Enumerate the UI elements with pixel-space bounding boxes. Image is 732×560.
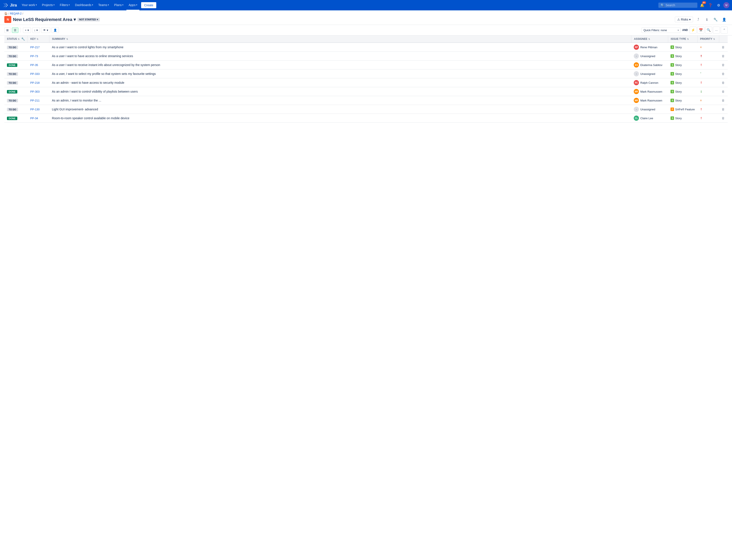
issue-summary: As a user I want to have access to onlin… — [52, 54, 133, 58]
issue-type-label: Story — [675, 46, 682, 49]
table-row: DONEPP-34Room-to-room speaker control av… — [4, 114, 728, 123]
status-badge: DONE — [7, 63, 17, 67]
issue-type-cell: SStory — [671, 72, 695, 76]
assignee-name: Unassigned — [640, 72, 655, 76]
assignee-name: Rene Pittman — [640, 46, 657, 49]
sort-icon: ⇅ — [687, 38, 689, 40]
issue-key-link[interactable]: PP-218 — [30, 81, 40, 84]
issue-key-link[interactable]: PP-303 — [30, 90, 40, 93]
delete-button[interactable]: 🗑 — [722, 54, 725, 58]
home-icon[interactable]: 🏠 — [4, 12, 8, 15]
wrench-button[interactable]: 🔧 — [712, 16, 719, 23]
eye-chevron-icon: ▾ — [47, 29, 48, 32]
project-avatar: N — [4, 16, 11, 23]
person-add-icon: 👤 — [53, 29, 57, 32]
view-options-button[interactable]: 👁 ▾ — [41, 27, 50, 33]
issue-key-link[interactable]: PP-333 — [30, 72, 40, 76]
assignee-name: Ekaterina Sabitov — [640, 63, 662, 67]
col-header-key[interactable]: KEY ⇅ — [28, 35, 49, 43]
assignee-cell: ○Unassigned — [634, 53, 665, 59]
search-box[interactable]: 🔍 Search — [658, 3, 697, 8]
nav-teams[interactable]: Teams ▾ — [96, 0, 111, 10]
assignee-cell: RCRalph Cannon — [634, 80, 665, 85]
person-button[interactable]: 👤 — [721, 16, 728, 23]
delete-button[interactable]: 🗑 — [722, 116, 725, 120]
list-view-button[interactable]: ☰ — [12, 27, 18, 33]
assignee-cell: MRMark Rasmussen — [634, 98, 665, 103]
add-button[interactable]: + ▾ — [23, 27, 31, 33]
col-header-issue-type[interactable]: ISSUE TYPE ⇅ — [668, 35, 697, 43]
user-avatar[interactable]: U — [723, 2, 729, 8]
nav-your-work[interactable]: Your work ▾ — [19, 0, 39, 10]
table-body: TO DOPP-217As a user I want to control l… — [4, 43, 728, 123]
sort-icon: ⇅ — [66, 38, 68, 40]
delete-button[interactable]: 🗑 — [722, 99, 725, 102]
issue-key-link[interactable]: PP-35 — [30, 63, 38, 67]
nav-apps[interactable]: Apps ▾ — [126, 0, 139, 10]
list-view-icon: ☰ — [14, 29, 16, 32]
nav-plans[interactable]: Plans ▾ — [112, 0, 126, 10]
plus-icon: + — [25, 29, 27, 32]
notifications-button[interactable]: 🔔 9+ — [699, 2, 706, 9]
delete-button[interactable]: 🗑 — [722, 90, 725, 93]
delete-button[interactable]: 🗑 — [722, 108, 725, 111]
avatar: ○ — [634, 71, 639, 76]
issue-type-icon: S — [671, 81, 674, 84]
notification-badge: 9+ — [702, 1, 706, 4]
issue-type-cell: FSAFe® Feature — [671, 108, 695, 111]
col-header-summary[interactable]: SUMMARY ⇅ — [49, 35, 631, 43]
issue-type-icon: S — [671, 63, 674, 67]
assignee-cell: MRMark Rasmussen — [634, 89, 665, 94]
table-row: TO DOPP-217As a user I want to control l… — [4, 43, 728, 52]
delete-button[interactable]: 🗑 — [722, 45, 725, 49]
settings-button[interactable]: ⚙ — [715, 2, 722, 9]
status-badge: DONE — [7, 117, 17, 120]
project-title-chevron-icon[interactable]: ▾ — [74, 17, 76, 22]
sort-icon: ↕ — [34, 29, 36, 32]
nav-dashboards[interactable]: Dashboards ▾ — [73, 0, 95, 10]
col-header-priority[interactable]: PRIORITY ⇅ — [697, 35, 719, 43]
info-button[interactable]: ℹ — [703, 16, 710, 23]
issue-summary: Room-to-room speaker control available o… — [52, 116, 129, 120]
delete-button[interactable]: 🗑 — [722, 81, 725, 84]
issue-key-link[interactable]: PP-34 — [30, 117, 38, 120]
nav-projects[interactable]: Projects ▾ — [40, 0, 57, 10]
issue-key-link[interactable]: PP-73 — [30, 55, 38, 58]
nav-right-actions: 🔍 Search 🔔 9+ ❓ ⚙ U — [658, 2, 729, 9]
app-logo[interactable]: Jira — [3, 2, 17, 8]
avatar: ○ — [634, 53, 639, 59]
sort-button[interactable]: ↕ ▾ — [32, 27, 40, 33]
collapse-button[interactable]: ⌃ — [721, 27, 728, 34]
more-options-button[interactable]: ··· — [713, 27, 720, 34]
project-status-badge[interactable]: NOT STARTED ▾ — [77, 18, 100, 21]
breadcrumb-project-key[interactable]: REQAR-2 — [10, 12, 21, 15]
issue-type-label: Story — [675, 72, 682, 76]
col-header-status[interactable]: STATUS ⇅ 🔧 — [4, 35, 28, 43]
calendar-button[interactable]: 📅 — [697, 27, 704, 34]
lightning-button[interactable]: ⚡ — [690, 27, 697, 34]
issue-key-link[interactable]: PP-211 — [30, 99, 40, 102]
issue-type-cell: SStory — [671, 116, 695, 120]
toolbar: ⊞ ☰ + ▾ ↕ ▾ 👁 ▾ 👤 Quick Filters: none ▾ … — [0, 25, 732, 35]
create-button[interactable]: Create — [141, 2, 156, 8]
quick-filter-section: Quick Filters: none ▾ AND ⚡ 📅 🔍 ··· ⌃ — [642, 27, 728, 34]
share-people-button[interactable]: 👤 — [52, 27, 59, 33]
search-filter-button[interactable]: 🔍 — [705, 27, 712, 34]
priority-icon: ⇓ — [700, 90, 716, 93]
priority-icon: ˅ — [700, 72, 716, 76]
share-button[interactable]: ⤴ — [695, 16, 702, 23]
delete-button[interactable]: 🗑 — [722, 63, 725, 67]
issue-key-link[interactable]: PP-217 — [30, 46, 40, 49]
issue-key-link[interactable]: PP-130 — [30, 108, 40, 111]
quick-filter-select[interactable]: Quick Filters: none — [642, 27, 680, 33]
top-navigation: Jira Your work ▾ Projects ▾ Filters ▾ Da… — [0, 0, 732, 10]
col-header-assignee[interactable]: ASSIGNEE ⇅ — [631, 35, 668, 43]
risks-button[interactable]: ⚠ Risks ▾ — [675, 17, 693, 22]
avatar: RP — [634, 45, 639, 50]
help-button[interactable]: ❓ — [707, 2, 714, 9]
delete-button[interactable]: 🗑 — [722, 72, 725, 76]
chevron-down-icon: ▾ — [69, 4, 70, 6]
sort-icon: ⇅ — [37, 38, 38, 40]
board-view-button[interactable]: ⊞ — [4, 27, 11, 33]
nav-filters[interactable]: Filters ▾ — [58, 0, 72, 10]
